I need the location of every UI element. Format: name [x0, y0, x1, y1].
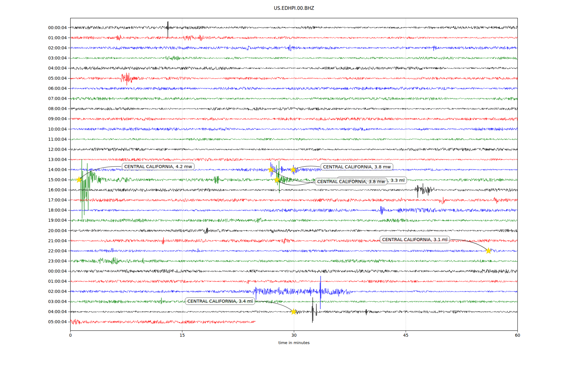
y-tick-label: 23:00:04	[48, 259, 67, 263]
event-annotation: CENTRAL CALIFORNIA, 3.8 mw	[315, 178, 387, 185]
event-annotation: CENTRAL CALIFORNIA, 3.1 ml	[380, 236, 450, 243]
annotation-leader	[79, 167, 121, 180]
x-axis-label: time in minutes	[0, 340, 588, 345]
seismogram-figure: US.EDHPI.00.BHZ 00:00:0401:00:0402:00:04…	[0, 0, 588, 368]
trace-row-25	[70, 280, 518, 284]
y-tick-label: 00:00:04	[48, 25, 67, 30]
y-tick-label: 03:00:04	[48, 299, 67, 304]
x-tick-label: 30	[291, 333, 296, 338]
y-tick-label: 19:00:04	[48, 218, 67, 223]
y-tick-label: 05:00:04	[48, 319, 67, 324]
y-tick-label: 13:00:04	[48, 157, 67, 162]
event-star-marker	[76, 177, 82, 183]
annotation-leader	[450, 240, 488, 251]
y-tick-label: 11:00:04	[48, 137, 67, 142]
x-tick-label: 0	[69, 333, 72, 338]
y-tick-label: 07:00:04	[48, 96, 67, 101]
y-tick-label: 10:00:04	[48, 127, 67, 132]
y-tick-label: 12:00:04	[48, 147, 67, 152]
y-tick-label: 01:00:04	[48, 35, 67, 40]
event-annotation: CENTRAL CALIFORNIA, 3.8 mw	[321, 163, 393, 171]
y-tick-label: 18:00:04	[48, 208, 67, 213]
y-tick-label: 16:00:04	[48, 187, 67, 192]
event-star-marker	[290, 309, 297, 315]
y-tick-label: 01:00:04	[48, 279, 67, 284]
y-tick-label: 21:00:04	[48, 238, 67, 243]
y-tick-label: 04:00:04	[48, 309, 67, 314]
trace-row-13	[70, 158, 518, 161]
y-tick-label: 04:00:04	[48, 66, 67, 71]
y-tick-label: 17:00:04	[48, 197, 67, 202]
y-tick-label: 20:00:04	[48, 228, 67, 233]
annotation-leader	[256, 301, 294, 312]
trace-row-29	[70, 319, 255, 324]
y-tick-label: 05:00:04	[48, 76, 67, 81]
y-tick-label: 22:00:04	[48, 248, 67, 253]
y-tick-label: 00:00:04	[48, 269, 67, 274]
y-tick-label: 14:00:04	[48, 167, 67, 172]
y-tick-label: 02:00:04	[48, 289, 67, 294]
event-annotation: CENTRAL CALIFORNIA, 3.4 ml	[185, 297, 255, 305]
event-annotation: CENTRAL CALIFORNIA, 4.2 mw	[122, 163, 194, 170]
x-tick-label: 60	[515, 333, 520, 338]
y-tick-label: 03:00:04	[48, 56, 67, 60]
seismogram-plot: 00:00:0401:00:0402:00:0403:00:0404:00:04…	[0, 0, 588, 368]
trace-row-19	[70, 218, 518, 223]
trace-row-18	[70, 206, 518, 215]
y-tick-label: 09:00:04	[48, 116, 67, 121]
y-tick-label: 08:00:04	[48, 106, 67, 111]
y-tick-label: 15:00:04	[48, 177, 67, 182]
x-tick-label: 45	[403, 333, 408, 338]
x-tick-label: 15	[179, 333, 185, 338]
y-tick-label: 06:00:04	[48, 86, 67, 91]
trace-row-4	[70, 67, 518, 70]
event-star-marker	[485, 247, 492, 254]
y-tick-label: 02:00:04	[48, 45, 67, 50]
trace-row-2	[70, 45, 518, 51]
